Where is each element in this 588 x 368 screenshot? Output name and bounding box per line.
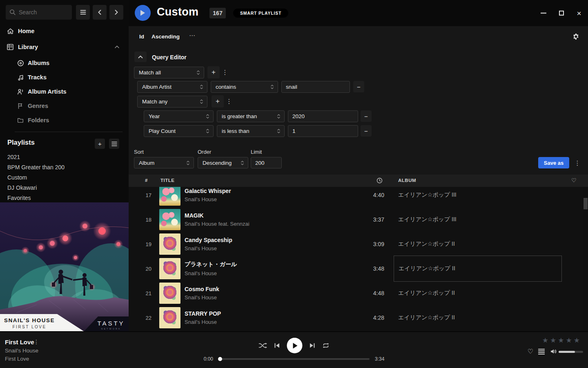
volume-mute-button[interactable] xyxy=(550,348,557,356)
table-row[interactable]: 21 Cosmo Funk Snail's House 4:48 エイリアン☆ポ… xyxy=(129,281,588,305)
menu-button[interactable] xyxy=(76,5,90,20)
table-row[interactable]: 22 STARRY POP Snail's House 4:28 エイリアン☆ポ… xyxy=(129,305,588,330)
playlist-item[interactable]: 2021 xyxy=(7,152,65,162)
track-album-cell[interactable]: エイリアン☆ポップ II xyxy=(394,256,562,282)
rule2-value-input[interactable] xyxy=(288,110,358,122)
select-value: Match any xyxy=(142,99,167,105)
track-title: Cosmo Funk xyxy=(185,286,219,292)
track-album-cell[interactable]: エイリアン☆ポップ III xyxy=(394,207,562,232)
elapsed-time: 0:00 xyxy=(196,356,213,362)
rule2-remove-button[interactable]: − xyxy=(361,110,372,122)
more-options-button[interactable]: ⋯ xyxy=(189,32,196,39)
query-menu-button[interactable]: ⋮ xyxy=(574,157,581,169)
progress-handle[interactable] xyxy=(218,357,222,361)
playlist-item[interactable]: Custom xyxy=(7,172,65,182)
add-rule-button[interactable]: + xyxy=(207,66,220,79)
save-as-button[interactable]: Save as xyxy=(538,157,569,168)
rule2-operator-select[interactable]: is greater than xyxy=(217,110,285,122)
match-all-select[interactable]: Match all xyxy=(134,67,204,79)
sort-label: Sort xyxy=(134,149,144,155)
rule1-operator-select[interactable]: contains xyxy=(211,81,278,93)
queue-button[interactable] xyxy=(538,349,545,356)
track-duration: 4:28 xyxy=(339,314,384,321)
maximize-button[interactable] xyxy=(555,7,568,19)
shuffle-icon xyxy=(258,342,267,349)
playlist-item[interactable]: DJ Okawari xyxy=(7,182,65,193)
sort-direction-button[interactable]: Ascending xyxy=(151,34,180,40)
star-rating[interactable]: ★★★★★ xyxy=(542,336,581,345)
sidebar-item-label: Home xyxy=(18,28,34,34)
table-row[interactable]: 17 Galactic Whisper Snail's House 4:40 エ… xyxy=(129,187,588,207)
rule3-remove-button[interactable]: − xyxy=(361,125,372,137)
sidebar-item-library[interactable]: Library xyxy=(0,41,129,53)
track-album-cell[interactable]: エイリアン☆ポップ II xyxy=(394,232,562,256)
table-row[interactable]: 20 プラネット・ガール Snail's House 3:48 エイリアン☆ポッ… xyxy=(129,256,588,281)
playlist-item[interactable]: Favorites xyxy=(7,193,65,203)
sidebar-item-label: Album Artists xyxy=(28,88,67,95)
track-album-cell[interactable]: エイリアン☆ポップ II xyxy=(394,281,562,305)
track-album-cell[interactable]: エイリアン☆ポップ II xyxy=(394,305,562,330)
volume-slider[interactable] xyxy=(559,351,583,353)
rule1-field-select[interactable]: Album Artist xyxy=(137,81,207,93)
play-pause-button[interactable] xyxy=(287,338,303,353)
group-menu-button[interactable]: ⋮ xyxy=(226,95,232,108)
next-button[interactable] xyxy=(310,343,315,348)
sidebar-item-genres[interactable]: Genres xyxy=(0,100,129,112)
previous-button[interactable] xyxy=(274,343,280,348)
minus-icon: − xyxy=(364,113,368,120)
add-rule-button[interactable]: + xyxy=(212,95,224,108)
sidebar-item-home[interactable]: Home xyxy=(0,25,129,37)
manage-playlists-button[interactable] xyxy=(109,139,119,149)
column-album[interactable]: ALBUM xyxy=(398,178,416,183)
table-row[interactable]: 19 Candy Spaceship Snail's House 3:09 エイ… xyxy=(129,232,588,256)
progress-bar[interactable] xyxy=(218,358,370,360)
order-select[interactable]: Descending xyxy=(198,157,248,168)
forward-button[interactable] xyxy=(109,5,123,20)
sidebar-item-tracks[interactable]: Tracks xyxy=(0,72,129,83)
minimize-button[interactable] xyxy=(537,7,550,19)
playlists-header: Playlists xyxy=(7,139,35,146)
scrollbar-track[interactable] xyxy=(583,187,588,331)
match-any-select[interactable]: Match any xyxy=(137,96,207,108)
track-album-cell[interactable]: エイリアン☆ポップ III xyxy=(394,187,562,207)
rule3-value-input[interactable] xyxy=(288,125,358,137)
group-menu-button[interactable]: ⋮ xyxy=(222,66,228,79)
playlist-item[interactable]: BPM Greater than 200 xyxy=(7,162,65,172)
now-playing-title: First Love xyxy=(5,339,34,346)
rule2-field-select[interactable]: Year xyxy=(144,110,214,122)
rule3-field-select[interactable]: Play Count xyxy=(144,125,214,137)
back-button[interactable] xyxy=(93,5,107,20)
query-editor-collapse-button[interactable] xyxy=(134,52,147,62)
duration-clock-icon[interactable] xyxy=(376,177,383,184)
select-value: Album Artist xyxy=(142,84,172,90)
favorite-button[interactable]: ♡ xyxy=(528,348,533,355)
shuffle-button[interactable] xyxy=(258,342,267,349)
gear-icon xyxy=(572,33,579,40)
favorite-column-icon[interactable]: ♡ xyxy=(571,177,577,184)
sidebar-item-albums[interactable]: Albums xyxy=(0,57,129,69)
table-row[interactable]: 18 MAGIK Snail's House feat. Sennzai 3:3… xyxy=(129,207,588,232)
select-value: is greater than xyxy=(222,113,257,119)
column-number[interactable]: # xyxy=(145,178,148,183)
now-playing-menu-button[interactable]: ⋮ xyxy=(33,339,39,345)
rule1-value-input[interactable] xyxy=(281,81,350,93)
chevron-up-icon[interactable] xyxy=(114,45,120,49)
sort-field-button[interactable]: Id xyxy=(139,34,144,40)
flag-icon xyxy=(17,103,25,109)
play-playlist-button[interactable] xyxy=(135,5,151,21)
sort-select[interactable]: Album xyxy=(134,157,194,168)
track-duration: 3:09 xyxy=(339,241,384,247)
rule1-remove-button[interactable]: − xyxy=(353,81,364,92)
sidebar-item-folders[interactable]: Folders xyxy=(0,114,129,126)
column-title[interactable]: TITLE xyxy=(160,178,174,183)
rule3-operator-select[interactable]: is less than xyxy=(217,125,285,137)
sidebar-item-album-artists[interactable]: Album Artists xyxy=(0,86,129,97)
limit-input[interactable] xyxy=(251,157,282,168)
scrollbar-thumb[interactable] xyxy=(584,198,588,209)
settings-gear-button[interactable] xyxy=(572,33,579,42)
album-art-thumbnail xyxy=(159,233,180,255)
add-playlist-button[interactable]: + xyxy=(95,139,105,149)
close-button[interactable]: × xyxy=(573,7,585,19)
sidebar: Home Library Albums xyxy=(0,0,129,331)
repeat-button[interactable] xyxy=(322,343,330,348)
